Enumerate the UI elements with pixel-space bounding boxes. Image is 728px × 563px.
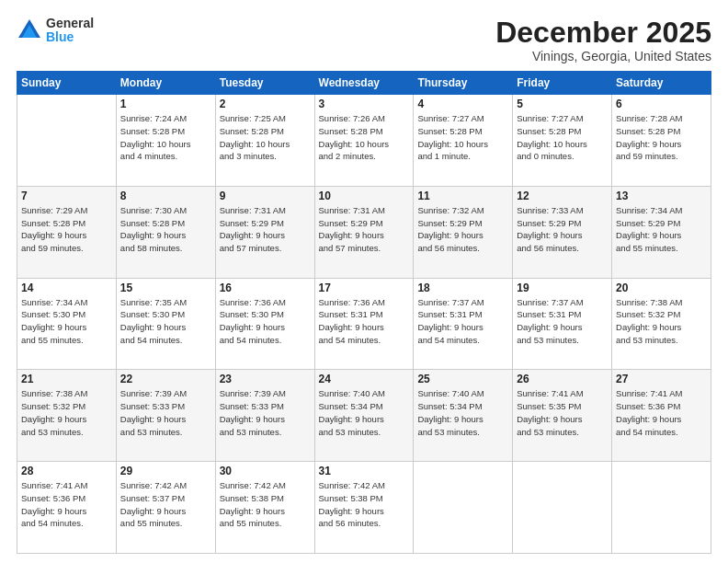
day-info: Sunrise: 7:31 AM Sunset: 5:29 PM Dayligh… <box>319 204 410 255</box>
day-info: Sunrise: 7:31 AM Sunset: 5:29 PM Dayligh… <box>220 204 311 255</box>
table-row: 20Sunrise: 7:38 AM Sunset: 5:32 PM Dayli… <box>612 278 711 370</box>
table-row <box>17 95 117 187</box>
day-info: Sunrise: 7:36 AM Sunset: 5:31 PM Dayligh… <box>319 296 410 347</box>
day-info: Sunrise: 7:34 AM Sunset: 5:29 PM Dayligh… <box>616 204 707 255</box>
table-row: 10Sunrise: 7:31 AM Sunset: 5:29 PM Dayli… <box>314 186 414 278</box>
day-number: 13 <box>616 190 707 202</box>
logo-icon <box>17 17 42 43</box>
day-number: 5 <box>517 98 608 110</box>
day-number: 28 <box>21 465 112 477</box>
day-number: 12 <box>517 190 608 202</box>
day-info: Sunrise: 7:30 AM Sunset: 5:28 PM Dayligh… <box>120 204 211 255</box>
day-number: 9 <box>220 190 311 202</box>
table-row: 1Sunrise: 7:24 AM Sunset: 5:28 PM Daylig… <box>116 95 215 187</box>
table-row: 12Sunrise: 7:33 AM Sunset: 5:29 PM Dayli… <box>513 186 612 278</box>
day-number: 27 <box>616 373 707 385</box>
day-info: Sunrise: 7:29 AM Sunset: 5:28 PM Dayligh… <box>21 204 112 255</box>
table-row: 3Sunrise: 7:26 AM Sunset: 5:28 PM Daylig… <box>314 95 414 187</box>
logo: General Blue <box>17 17 94 45</box>
day-info: Sunrise: 7:41 AM Sunset: 5:36 PM Dayligh… <box>21 479 112 530</box>
day-number: 20 <box>616 282 707 294</box>
day-number: 8 <box>120 190 211 202</box>
day-info: Sunrise: 7:35 AM Sunset: 5:30 PM Dayligh… <box>120 296 211 347</box>
col-thursday: Thursday <box>414 72 513 95</box>
table-row: 19Sunrise: 7:37 AM Sunset: 5:31 PM Dayli… <box>513 278 612 370</box>
table-row: 28Sunrise: 7:41 AM Sunset: 5:36 PM Dayli… <box>17 462 117 554</box>
day-info: Sunrise: 7:40 AM Sunset: 5:34 PM Dayligh… <box>417 387 508 438</box>
day-number: 2 <box>220 98 311 110</box>
table-row: 5Sunrise: 7:27 AM Sunset: 5:28 PM Daylig… <box>513 95 612 187</box>
day-info: Sunrise: 7:41 AM Sunset: 5:35 PM Dayligh… <box>517 387 608 438</box>
day-info: Sunrise: 7:42 AM Sunset: 5:38 PM Dayligh… <box>220 479 311 530</box>
calendar-week-row: 28Sunrise: 7:41 AM Sunset: 5:36 PM Dayli… <box>17 462 711 554</box>
logo-text: General Blue <box>46 17 94 45</box>
table-row: 4Sunrise: 7:27 AM Sunset: 5:28 PM Daylig… <box>414 95 513 187</box>
col-monday: Monday <box>116 72 215 95</box>
day-number: 22 <box>120 373 211 385</box>
col-saturday: Saturday <box>612 72 711 95</box>
logo-general-label: General <box>46 17 94 30</box>
table-row: 24Sunrise: 7:40 AM Sunset: 5:34 PM Dayli… <box>314 370 414 462</box>
table-row <box>414 462 513 554</box>
col-wednesday: Wednesday <box>314 72 414 95</box>
day-info: Sunrise: 7:24 AM Sunset: 5:28 PM Dayligh… <box>120 112 211 163</box>
day-info: Sunrise: 7:40 AM Sunset: 5:34 PM Dayligh… <box>319 387 410 438</box>
table-row <box>612 462 711 554</box>
table-row: 7Sunrise: 7:29 AM Sunset: 5:28 PM Daylig… <box>17 186 117 278</box>
table-row: 13Sunrise: 7:34 AM Sunset: 5:29 PM Dayli… <box>612 186 711 278</box>
table-row: 14Sunrise: 7:34 AM Sunset: 5:30 PM Dayli… <box>17 278 117 370</box>
day-info: Sunrise: 7:28 AM Sunset: 5:28 PM Dayligh… <box>616 112 707 163</box>
day-info: Sunrise: 7:37 AM Sunset: 5:31 PM Dayligh… <box>517 296 608 347</box>
table-row: 11Sunrise: 7:32 AM Sunset: 5:29 PM Dayli… <box>414 186 513 278</box>
day-info: Sunrise: 7:38 AM Sunset: 5:32 PM Dayligh… <box>616 296 707 347</box>
day-info: Sunrise: 7:26 AM Sunset: 5:28 PM Dayligh… <box>319 112 410 163</box>
table-row: 27Sunrise: 7:41 AM Sunset: 5:36 PM Dayli… <box>612 370 711 462</box>
day-info: Sunrise: 7:34 AM Sunset: 5:30 PM Dayligh… <box>21 296 112 347</box>
day-number: 17 <box>319 282 410 294</box>
day-number: 6 <box>616 98 707 110</box>
col-tuesday: Tuesday <box>215 72 314 95</box>
table-row: 23Sunrise: 7:39 AM Sunset: 5:33 PM Dayli… <box>215 370 314 462</box>
table-row: 31Sunrise: 7:42 AM Sunset: 5:38 PM Dayli… <box>314 462 414 554</box>
day-number: 24 <box>319 373 410 385</box>
main-title: December 2025 <box>495 17 711 49</box>
table-row: 16Sunrise: 7:36 AM Sunset: 5:30 PM Dayli… <box>215 278 314 370</box>
day-info: Sunrise: 7:42 AM Sunset: 5:38 PM Dayligh… <box>319 479 410 530</box>
day-info: Sunrise: 7:32 AM Sunset: 5:29 PM Dayligh… <box>417 204 508 255</box>
day-number: 18 <box>417 282 508 294</box>
table-row: 9Sunrise: 7:31 AM Sunset: 5:29 PM Daylig… <box>215 186 314 278</box>
table-row: 21Sunrise: 7:38 AM Sunset: 5:32 PM Dayli… <box>17 370 117 462</box>
table-row: 8Sunrise: 7:30 AM Sunset: 5:28 PM Daylig… <box>116 186 215 278</box>
calendar-header-row: Sunday Monday Tuesday Wednesday Thursday… <box>17 72 711 95</box>
day-number: 7 <box>21 190 112 202</box>
day-info: Sunrise: 7:39 AM Sunset: 5:33 PM Dayligh… <box>120 387 211 438</box>
table-row: 22Sunrise: 7:39 AM Sunset: 5:33 PM Dayli… <box>116 370 215 462</box>
table-row: 29Sunrise: 7:42 AM Sunset: 5:37 PM Dayli… <box>116 462 215 554</box>
table-row: 2Sunrise: 7:25 AM Sunset: 5:28 PM Daylig… <box>215 95 314 187</box>
day-info: Sunrise: 7:39 AM Sunset: 5:33 PM Dayligh… <box>220 387 311 438</box>
calendar-week-row: 14Sunrise: 7:34 AM Sunset: 5:30 PM Dayli… <box>17 278 711 370</box>
day-number: 21 <box>21 373 112 385</box>
col-sunday: Sunday <box>17 72 117 95</box>
logo-blue-label: Blue <box>46 30 94 44</box>
day-number: 11 <box>417 190 508 202</box>
day-info: Sunrise: 7:25 AM Sunset: 5:28 PM Dayligh… <box>220 112 311 163</box>
day-number: 29 <box>120 465 211 477</box>
day-info: Sunrise: 7:33 AM Sunset: 5:29 PM Dayligh… <box>517 204 608 255</box>
day-number: 30 <box>220 465 311 477</box>
day-number: 10 <box>319 190 410 202</box>
page: General Blue December 2025 Vinings, Geor… <box>0 0 728 563</box>
table-row: 15Sunrise: 7:35 AM Sunset: 5:30 PM Dayli… <box>116 278 215 370</box>
day-number: 1 <box>120 98 211 110</box>
day-number: 26 <box>517 373 608 385</box>
day-number: 3 <box>319 98 410 110</box>
day-number: 14 <box>21 282 112 294</box>
day-number: 4 <box>417 98 508 110</box>
day-number: 31 <box>319 465 410 477</box>
table-row: 30Sunrise: 7:42 AM Sunset: 5:38 PM Dayli… <box>215 462 314 554</box>
col-friday: Friday <box>513 72 612 95</box>
day-number: 16 <box>220 282 311 294</box>
day-info: Sunrise: 7:38 AM Sunset: 5:32 PM Dayligh… <box>21 387 112 438</box>
day-info: Sunrise: 7:27 AM Sunset: 5:28 PM Dayligh… <box>417 112 508 163</box>
day-info: Sunrise: 7:42 AM Sunset: 5:37 PM Dayligh… <box>120 479 211 530</box>
